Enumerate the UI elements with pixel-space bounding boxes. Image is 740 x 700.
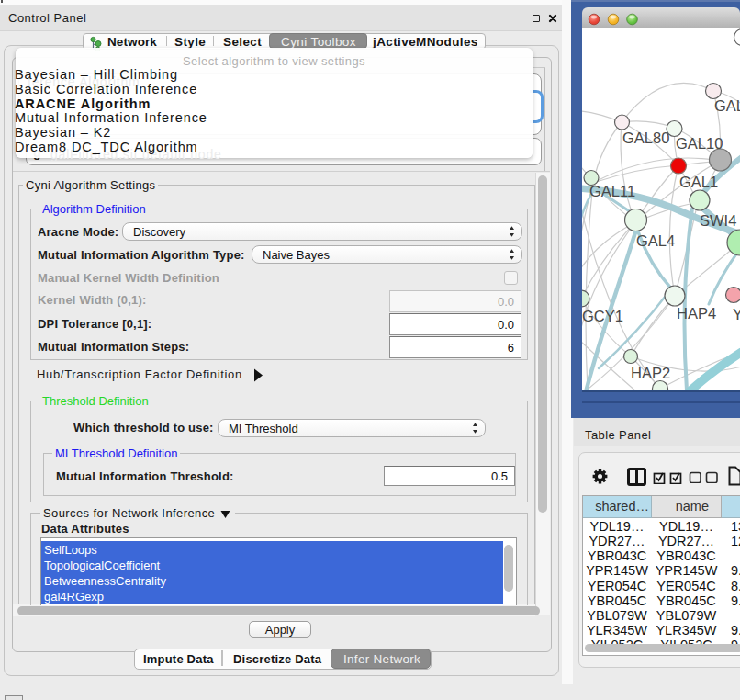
svg-text:HAP4: HAP4 (677, 305, 716, 322)
svg-text:GCY1: GCY1 (582, 308, 623, 324)
svg-text:GAL1: GAL1 (679, 174, 718, 190)
svg-text:GAL2: GAL2 (714, 97, 740, 114)
svg-text:GAL4: GAL4 (636, 232, 675, 249)
svg-text:GAL11: GAL11 (589, 183, 635, 199)
svg-text:GAL10: GAL10 (676, 135, 723, 152)
svg-text:YD: YD (733, 306, 740, 322)
svg-text:GAL80: GAL80 (622, 130, 669, 146)
svg-text:SWI4: SWI4 (700, 212, 736, 229)
svg-text:HAP2: HAP2 (631, 365, 670, 381)
